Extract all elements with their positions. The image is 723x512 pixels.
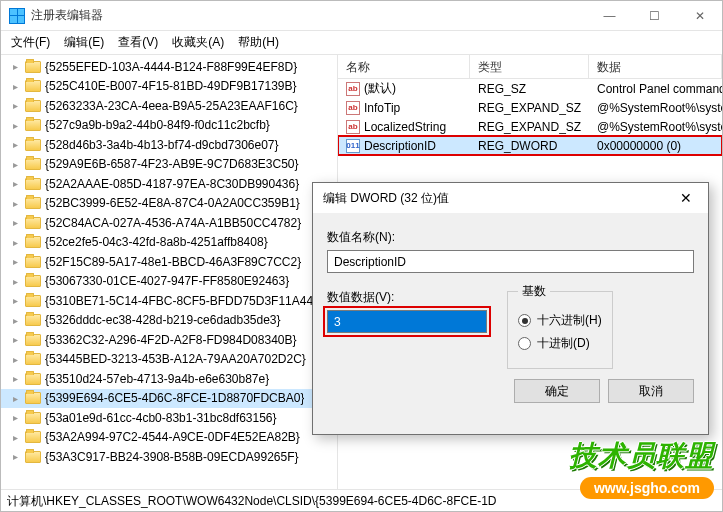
listview-row[interactable]: abLocalizedStringREG_EXPAND_SZ@%SystemRo… [338, 117, 722, 136]
expander-icon[interactable]: ▸ [13, 81, 25, 92]
tree-item[interactable]: ▸{5399E694-6CE5-4D6C-8FCE-1D8870FDCBA0} [1, 389, 337, 409]
expander-icon[interactable]: ▸ [13, 412, 25, 423]
expander-icon[interactable]: ▸ [13, 295, 25, 306]
col-type[interactable]: 类型 [470, 55, 589, 78]
value-name: InfoTip [364, 101, 400, 115]
folder-icon [25, 314, 41, 326]
folder-icon [25, 197, 41, 209]
dialog-close-button[interactable]: ✕ [663, 183, 708, 213]
edit-dword-dialog: 编辑 DWORD (32 位)值 ✕ 数值名称(N): 数值数据(V): 基数 [312, 182, 709, 435]
expander-icon[interactable]: ▸ [13, 198, 25, 209]
tree-item[interactable]: ▸{53A3C917-BB24-3908-B58B-09ECDA99265F} [1, 447, 337, 467]
tree-item-label: {528d46b3-3a4b-4b13-bf74-d9cbd7306e07} [45, 138, 279, 152]
tree-item-label: {53067330-01CE-4027-947F-FF8580E92463} [45, 274, 289, 288]
folder-icon [25, 80, 41, 92]
expander-icon[interactable]: ▸ [13, 120, 25, 131]
expander-icon[interactable]: ▸ [13, 354, 25, 365]
expander-icon[interactable]: ▸ [13, 315, 25, 326]
tree-item[interactable]: ▸{53445BED-3213-453B-A12A-79AA20A702D2C} [1, 350, 337, 370]
tree-item[interactable]: ▸{53A2A994-97C2-4544-A9CE-0DF4E52EA82B} [1, 428, 337, 448]
radio-dec[interactable]: 十进制(D) [518, 335, 602, 352]
value-name: LocalizedString [364, 120, 446, 134]
expander-icon[interactable]: ▸ [13, 61, 25, 72]
tree-item[interactable]: ▸{5326dddc-ec38-428d-b219-ce6dadb35de3} [1, 311, 337, 331]
tree-item[interactable]: ▸{52C84ACA-027A-4536-A74A-A1BB50CC4782} [1, 213, 337, 233]
tree-item[interactable]: ▸{53067330-01CE-4027-947F-FF8580E92463} [1, 272, 337, 292]
value-icon: 011 [346, 139, 360, 153]
dialog-titlebar[interactable]: 编辑 DWORD (32 位)值 ✕ [313, 183, 708, 213]
expander-icon[interactable]: ▸ [13, 276, 25, 287]
tree-item[interactable]: ▸{529A9E6B-6587-4F23-AB9E-9C7D683E3C50} [1, 155, 337, 175]
tree-item-label: {5255EFED-103A-4444-B124-F88F99E4EF8D} [45, 60, 297, 74]
value-data-label: 数值数据(V): [327, 289, 487, 306]
value-icon: ab [346, 82, 360, 96]
value-name-label: 数值名称(N): [327, 229, 694, 246]
value-type: REG_SZ [470, 82, 589, 96]
tree-item[interactable]: ▸{52F15C89-5A17-48e1-BBCD-46A3F89C7CC2} [1, 252, 337, 272]
expander-icon[interactable]: ▸ [13, 256, 25, 267]
tree-item[interactable]: ▸{52BC3999-6E52-4E8A-87C4-0A2A0CC359B1} [1, 194, 337, 214]
folder-icon [25, 373, 41, 385]
tree-item-label: {53445BED-3213-453B-A12A-79AA20A702D2C} [45, 352, 306, 366]
tree-item-label: {529A9E6B-6587-4F23-AB9E-9C7D683E3C50} [45, 157, 299, 171]
tree-item[interactable]: ▸{528d46b3-3a4b-4b13-bf74-d9cbd7306e07} [1, 135, 337, 155]
tree-item[interactable]: ▸{52ce2fe5-04c3-42fd-8a8b-4251affb8408} [1, 233, 337, 253]
title-bar: 注册表编辑器 — ☐ ✕ [1, 1, 722, 31]
col-name[interactable]: 名称 [338, 55, 470, 78]
folder-icon [25, 158, 41, 170]
tree-item-label: {5310BE71-5C14-4FBC-8CF5-BFDD75D3F11A44} [45, 294, 317, 308]
listview-row[interactable]: abInfoTipREG_EXPAND_SZ@%SystemRoot%\syst… [338, 98, 722, 117]
tree-item[interactable]: ▸{53a01e9d-61cc-4cb0-83b1-31bc8df63156} [1, 408, 337, 428]
expander-icon[interactable]: ▸ [13, 217, 25, 228]
tree-item[interactable]: ▸{53510d24-57eb-4713-9a4b-e6e630b87e} [1, 369, 337, 389]
tree-item-label: {53A2A994-97C2-4544-A9CE-0DF4E52EA82B} [45, 430, 300, 444]
minimize-button[interactable]: — [587, 1, 632, 30]
value-icon: ab [346, 120, 360, 134]
tree-item[interactable]: ▸{5263233A-23CA-4eea-B9A5-25A23EAAF16C} [1, 96, 337, 116]
close-button[interactable]: ✕ [677, 1, 722, 30]
menu-favorites[interactable]: 收藏夹(A) [166, 32, 230, 53]
expander-icon[interactable]: ▸ [13, 451, 25, 462]
col-data[interactable]: 数据 [589, 55, 722, 78]
cancel-button[interactable]: 取消 [608, 379, 694, 403]
tree-item[interactable]: ▸{5310BE71-5C14-4FBC-8CF5-BFDD75D3F11A44… [1, 291, 337, 311]
tree-item[interactable]: ▸{53362C32-A296-4F2D-A2F8-FD984D08340B} [1, 330, 337, 350]
expander-icon[interactable]: ▸ [13, 432, 25, 443]
tree-item[interactable]: ▸{525C410E-B007-4F15-81BD-49DF9B17139B} [1, 77, 337, 97]
value-type: REG_DWORD [470, 139, 589, 153]
menu-view[interactable]: 查看(V) [112, 32, 164, 53]
menu-edit[interactable]: 编辑(E) [58, 32, 110, 53]
expander-icon[interactable]: ▸ [13, 159, 25, 170]
listview-row[interactable]: ab(默认)REG_SZControl Panel command [338, 79, 722, 98]
radix-legend: 基数 [518, 283, 550, 300]
value-type: REG_EXPAND_SZ [470, 120, 589, 134]
folder-icon [25, 275, 41, 287]
folder-icon [25, 392, 41, 404]
radio-dec-label: 十进制(D) [537, 335, 590, 352]
expander-icon[interactable]: ▸ [13, 393, 25, 404]
folder-icon [25, 100, 41, 112]
listview-row[interactable]: 011DescriptionIDREG_DWORD0x00000000 (0) [338, 136, 722, 155]
tree-item[interactable]: ▸{527c9a9b-b9a2-44b0-84f9-f0dc11c2bcfb} [1, 116, 337, 136]
value-data-input[interactable] [327, 310, 487, 333]
radio-hex-label: 十六进制(H) [537, 312, 602, 329]
expander-icon[interactable]: ▸ [13, 237, 25, 248]
folder-icon [25, 236, 41, 248]
menu-help[interactable]: 帮助(H) [232, 32, 285, 53]
expander-icon[interactable]: ▸ [13, 178, 25, 189]
menu-file[interactable]: 文件(F) [5, 32, 56, 53]
radio-hex[interactable]: 十六进制(H) [518, 312, 602, 329]
value-name-input[interactable] [327, 250, 694, 273]
value-data: 0x00000000 (0) [589, 139, 722, 153]
tree-item[interactable]: ▸{5255EFED-103A-4444-B124-F88F99E4EF8D} [1, 57, 337, 77]
ok-button[interactable]: 确定 [514, 379, 600, 403]
registry-tree[interactable]: ▸{5255EFED-103A-4444-B124-F88F99E4EF8D}▸… [1, 55, 338, 489]
expander-icon[interactable]: ▸ [13, 373, 25, 384]
expander-icon[interactable]: ▸ [13, 100, 25, 111]
expander-icon[interactable]: ▸ [13, 139, 25, 150]
tree-item-label: {53A3C917-BB24-3908-B58B-09ECDA99265F} [45, 450, 299, 464]
dialog-body: 数值名称(N): 数值数据(V): 基数 十六进制(H) [313, 213, 708, 379]
maximize-button[interactable]: ☐ [632, 1, 677, 30]
tree-item[interactable]: ▸{52A2AAAE-085D-4187-97EA-8C30DB990436} [1, 174, 337, 194]
expander-icon[interactable]: ▸ [13, 334, 25, 345]
